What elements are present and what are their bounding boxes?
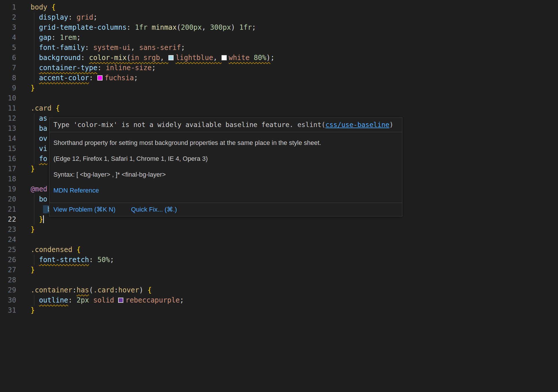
- code-token: [31, 33, 39, 42]
- line-number[interactable]: 25: [0, 245, 16, 255]
- code-content: container-type: inline-size;: [31, 63, 558, 73]
- line-number[interactable]: 18: [0, 174, 16, 184]
- code-line-4[interactable]: 4 gap: 1rem;: [0, 33, 558, 43]
- code-token: solid: [93, 296, 118, 304]
- code-line-5[interactable]: 5 font-family: system-ui, sans-serif;: [0, 43, 558, 53]
- line-number[interactable]: 3: [0, 23, 16, 33]
- code-token: ;: [152, 64, 156, 72]
- code-token: ;: [180, 296, 184, 304]
- code-line-3[interactable]: 3 grid-template-columns: 1fr minmax(200p…: [0, 23, 558, 33]
- eslint-rule-link[interactable]: css/use-baseline: [326, 121, 390, 128]
- browser-support: (Edge 12, Firefox 1, Safari 1, Chrome 1,…: [53, 155, 398, 163]
- code-content: }: [31, 265, 558, 275]
- code-token: 200px: [181, 23, 202, 31]
- code-token: color-mix: [89, 54, 127, 62]
- line-number[interactable]: 6: [0, 53, 16, 63]
- quick-fix-action[interactable]: Quick Fix... (⌘.): [131, 206, 177, 213]
- line-number[interactable]: 20: [0, 194, 16, 204]
- color-swatch: [97, 75, 103, 81]
- code-editor[interactable]: 1body {2 display: grid;3 grid-template-c…: [0, 0, 558, 392]
- code-token: (: [127, 54, 131, 62]
- line-number[interactable]: 16: [0, 154, 16, 164]
- code-line-8[interactable]: 8 accent-color: fuchsia;: [0, 73, 558, 83]
- code-line-31[interactable]: 31}: [0, 305, 558, 316]
- code-content: .container:has(.card:hover) {: [31, 285, 558, 295]
- code-content: body {: [31, 2, 558, 12]
- diagnostic-message: Type 'color-mix' is not a widely availab…: [49, 118, 402, 132]
- line-number[interactable]: 4: [0, 33, 16, 43]
- line-number[interactable]: 12: [0, 113, 16, 124]
- code-token: :: [127, 23, 135, 31]
- view-problem-action[interactable]: View Problem (⌘K N): [53, 206, 116, 213]
- line-number[interactable]: 7: [0, 63, 16, 73]
- code-line-7[interactable]: 7 container-type: inline-size;: [0, 63, 558, 73]
- code-line-1[interactable]: 1body {: [0, 2, 558, 12]
- code-token: [31, 296, 39, 304]
- line-number[interactable]: 10: [0, 93, 16, 103]
- line-number[interactable]: 8: [0, 73, 16, 83]
- line-number[interactable]: 24: [0, 235, 16, 245]
- code-token: font-family: [39, 44, 85, 52]
- line-number[interactable]: 11: [0, 103, 16, 113]
- code-token: }: [31, 84, 35, 92]
- line-number[interactable]: 30: [0, 295, 16, 305]
- line-number[interactable]: 26: [0, 255, 16, 265]
- code-token: lightblue: [176, 54, 213, 62]
- line-number[interactable]: 17: [0, 164, 16, 174]
- code-token: .card: [93, 286, 114, 294]
- code-token: grid-template-columns: [39, 23, 127, 31]
- code-line-25[interactable]: 25.condensed {: [0, 245, 558, 255]
- tooltip-documentation: Shorthand property for setting most back…: [49, 132, 402, 194]
- code-token: ;: [110, 256, 114, 264]
- code-line-11[interactable]: 11.card {: [0, 103, 558, 113]
- line-number[interactable]: 15: [0, 144, 16, 154]
- code-token: [72, 246, 77, 254]
- code-line-27[interactable]: 27}: [0, 265, 558, 275]
- code-line-23[interactable]: 23}: [0, 225, 558, 235]
- code-token: :: [81, 54, 89, 62]
- code-line-6[interactable]: 6 background: color-mix(in srgb, lightbl…: [0, 53, 558, 63]
- code-token: vi: [39, 145, 47, 153]
- line-number[interactable]: 14: [0, 134, 16, 144]
- line-number[interactable]: 22: [0, 214, 16, 225]
- diagnostic-text: Type 'color-mix' is not a widely availab…: [53, 121, 297, 128]
- code-token: body: [31, 3, 47, 11]
- code-token: srgb: [143, 54, 160, 62]
- line-number[interactable]: 31: [0, 305, 16, 316]
- code-line-26[interactable]: 26 font-stretch: 50%;: [0, 255, 558, 265]
- code-content: [31, 235, 558, 245]
- code-token: accent-color: [39, 74, 89, 82]
- code-token: }: [31, 266, 35, 274]
- code-token: (: [89, 286, 93, 294]
- code-line-24[interactable]: 24: [0, 235, 558, 245]
- code-line-29[interactable]: 29.container:has(.card:hover) {: [0, 285, 558, 295]
- code-content: [31, 93, 558, 103]
- mdn-reference-link[interactable]: MDN Reference: [53, 187, 99, 194]
- code-token: [143, 286, 147, 294]
- code-line-28[interactable]: 28: [0, 275, 558, 285]
- line-number[interactable]: 29: [0, 285, 16, 295]
- color-swatch: [222, 55, 227, 60]
- line-number[interactable]: 9: [0, 83, 16, 93]
- code-token: white: [229, 54, 254, 62]
- line-number[interactable]: 19: [0, 184, 16, 194]
- line-number[interactable]: 1: [0, 2, 16, 12]
- line-number[interactable]: 2: [0, 12, 16, 23]
- code-line-9[interactable]: 9}: [0, 83, 558, 93]
- line-number[interactable]: 28: [0, 275, 16, 285]
- line-number[interactable]: 23: [0, 225, 16, 235]
- line-number[interactable]: 5: [0, 43, 16, 53]
- code-line-30[interactable]: 30 outline: 2px solid rebeccapurple;: [0, 295, 558, 305]
- code-token: background: [39, 54, 81, 62]
- code-token: :: [89, 74, 97, 82]
- code-token: (: [177, 23, 181, 31]
- line-number[interactable]: 21: [0, 204, 16, 214]
- code-line-2[interactable]: 2 display: grid;: [0, 12, 558, 23]
- code-token: ;: [270, 54, 274, 62]
- code-line-10[interactable]: 10: [0, 93, 558, 103]
- code-token: hover: [118, 286, 139, 294]
- line-number[interactable]: 13: [0, 124, 16, 134]
- code-token: [31, 54, 39, 62]
- line-number[interactable]: 27: [0, 265, 16, 275]
- code-token: ): [231, 23, 235, 31]
